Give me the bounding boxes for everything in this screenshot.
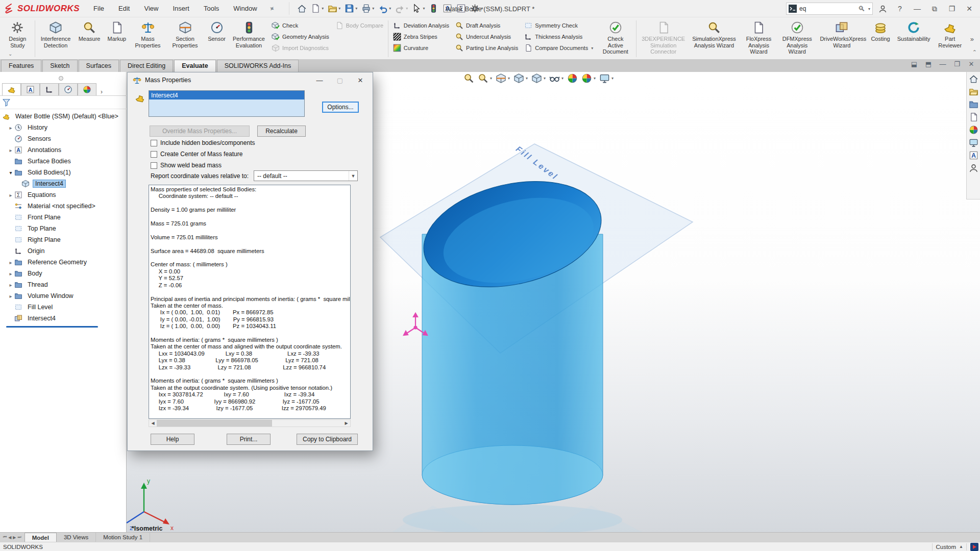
collapse-arrow-icon[interactable]: ▾ <box>7 170 14 176</box>
ribbon-measure[interactable]: Measure <box>75 18 104 59</box>
chevron-down-icon[interactable]: ▾ <box>490 76 492 81</box>
results-horizontal-scrollbar[interactable]: ◀ ▶ <box>149 419 351 427</box>
chevron-up-icon[interactable]: ▲ <box>959 544 963 549</box>
hide-show-items-button[interactable]: ▾ <box>549 73 564 84</box>
equations-button[interactable] <box>455 2 468 15</box>
ribbon-mass-properties[interactable]: Mass Properties <box>130 18 166 59</box>
tree-item-sensors[interactable]: Sensors <box>0 133 127 144</box>
ribbon-check-active-document[interactable]: Check Active Document <box>596 18 634 59</box>
scroll-last-icon[interactable]: ⏭ <box>18 535 21 540</box>
recalculate-button[interactable]: Recalculate <box>257 126 306 137</box>
view-settings-button[interactable]: ▾ <box>599 73 614 84</box>
tab-motion-study-1[interactable]: Motion Study 1 <box>96 533 150 542</box>
chevron-down-icon[interactable]: ▾ <box>338 6 340 11</box>
tab-surfaces[interactable]: Surfaces <box>79 60 119 72</box>
tree-item-history[interactable]: ▸History <box>0 122 127 133</box>
pane-left-icon[interactable]: ⬓ <box>910 60 919 68</box>
tab-configuration-manager[interactable] <box>40 83 59 95</box>
doc-close-icon[interactable]: ✕ <box>967 60 976 68</box>
checkbox-icon[interactable] <box>151 140 157 146</box>
chevron-down-icon[interactable]: ▾ <box>544 76 546 81</box>
save-button[interactable]: ▾ <box>343 2 359 15</box>
new-document-button[interactable]: ▾ <box>309 2 325 15</box>
tab-features[interactable]: Features <box>1 60 41 72</box>
login-button[interactable] <box>875 2 890 16</box>
tree-item-intersect4[interactable]: Intersect4 <box>0 178 127 189</box>
ribbon-deviation-analysis[interactable]: Deviation Analysis <box>393 21 449 30</box>
ribbon-sustainability[interactable]: Sustainability <box>894 18 934 59</box>
ribbon-dfmxpress[interactable]: DFMXpress Analysis Wizard <box>778 18 816 59</box>
section-view-button[interactable]: ▾ <box>496 73 510 84</box>
tab-3d-views[interactable]: 3D Views <box>57 533 96 542</box>
home-button[interactable] <box>296 2 308 15</box>
chevron-down-icon[interactable]: ▾ <box>322 6 324 11</box>
copy-to-clipboard-button[interactable]: Copy to Clipboard <box>297 434 358 445</box>
ribbon-performance-evaluation[interactable]: Performance Evaluation <box>229 18 268 59</box>
ribbon-zebra-stripes[interactable]: Zebra Stripes <box>393 32 449 41</box>
search-input[interactable] <box>799 5 855 12</box>
ribbon-check[interactable]: Check <box>272 21 329 30</box>
scroll-right-icon[interactable]: ▶ <box>13 535 16 540</box>
rollback-bar[interactable] <box>6 326 98 328</box>
selected-item[interactable]: Intersect4 <box>149 91 304 99</box>
print-button[interactable]: ▾ <box>360 2 376 15</box>
tree-item-reference-geometry[interactable]: ▸Reference Geometry <box>0 257 127 268</box>
tree-item-volume-window[interactable]: ▸Volume Window <box>0 290 127 302</box>
options-button[interactable]: ▾ <box>469 2 484 15</box>
apply-scene-button[interactable]: ▾ <box>581 73 596 84</box>
chevron-down-icon[interactable]: ▾ <box>423 6 425 11</box>
scroll-right-arrow[interactable]: ▶ <box>342 420 350 427</box>
help-button[interactable]: ? <box>892 2 908 16</box>
menu-insert[interactable]: Insert <box>166 1 196 16</box>
chevron-down-icon[interactable]: ▾ <box>868 7 870 11</box>
expand-arrow-icon[interactable]: ▸ <box>7 125 14 131</box>
panel-splitter-handle[interactable] <box>59 76 63 81</box>
ribbon-floxpress[interactable]: FloXpress Analysis Wizard <box>740 18 778 59</box>
doc-minimize-icon[interactable]: — <box>938 60 947 68</box>
tab-feature-manager[interactable] <box>2 83 21 95</box>
expand-arrow-icon[interactable]: ▸ <box>7 282 14 288</box>
tab-dimxpert-manager[interactable] <box>59 83 78 95</box>
menu-file[interactable]: File <box>87 1 111 16</box>
task-file-explorer-icon[interactable] <box>969 99 978 109</box>
tree-item-annotations[interactable]: ▸Annotations <box>0 144 127 156</box>
zoom-to-fit-button[interactable] <box>463 73 474 84</box>
tab-solidworks-addins[interactable]: SOLIDWORKS Add-Ins <box>217 60 299 72</box>
expand-arrow-icon[interactable]: ▸ <box>7 192 14 198</box>
ribbon-design-study[interactable]: Design Study <box>2 18 33 59</box>
chevron-down-icon[interactable]: ▾ <box>594 76 596 81</box>
pin-menu-icon[interactable]: ✦ <box>267 4 277 14</box>
menu-tools[interactable]: Tools <box>197 1 226 16</box>
water-bottle-body[interactable] <box>413 165 611 505</box>
checkbox-create-com[interactable]: Create Center of Mass feature <box>151 151 242 158</box>
coordinate-system-dropdown[interactable]: -- default -- ▼ <box>254 170 358 181</box>
ribbon-compare-documents[interactable]: Compare Documents▾ <box>524 43 593 53</box>
ribbon-interference-detection[interactable]: Interference Detection <box>36 18 75 59</box>
chevron-down-icon[interactable]: ▾ <box>355 6 357 11</box>
chevron-down-icon[interactable]: ▾ <box>508 76 510 81</box>
checkbox-icon[interactable] <box>151 162 157 169</box>
tree-item-fill-level[interactable]: Fill Level <box>0 302 127 313</box>
ribbon-simulationxpress[interactable]: SimulationXpress Analysis Wizard <box>689 18 740 59</box>
checkbox-show-weld-bead[interactable]: Show weld bead mass <box>151 162 222 169</box>
tree-item-front-plane[interactable]: Front Plane <box>0 212 127 223</box>
collapse-ribbon-chevron[interactable]: ⌃ <box>972 49 977 56</box>
tabs-overflow-arrow[interactable]: › <box>101 88 103 95</box>
tree-item-intersect4-feature[interactable]: Intersect4 <box>0 313 127 324</box>
tree-item-surface-bodies[interactable]: Surface Bodies <box>0 156 127 167</box>
tab-property-manager[interactable] <box>21 83 40 95</box>
ribbon-part-reviewer[interactable]: Part Reviewer <box>934 18 966 59</box>
doc-restore-icon[interactable]: ❐ <box>952 60 962 68</box>
tab-model[interactable]: Model <box>24 533 57 542</box>
scrollbar-thumb[interactable] <box>157 420 272 427</box>
ribbon-overflow-button[interactable]: » <box>966 35 978 43</box>
scroll-left-icon[interactable]: ◀ <box>8 535 11 540</box>
file-properties-button[interactable] <box>441 2 454 15</box>
ribbon-curvature[interactable]: Curvature <box>393 43 449 53</box>
view-orientation-button[interactable]: ▾ <box>513 73 528 84</box>
units-selector[interactable]: Custom <box>936 544 956 550</box>
ribbon-symmetry-check[interactable]: Symmetry Check <box>524 21 593 30</box>
menu-window[interactable]: Window <box>227 1 263 16</box>
menu-view[interactable]: View <box>137 1 165 16</box>
tree-item-top-plane[interactable]: Top Plane <box>0 223 127 234</box>
